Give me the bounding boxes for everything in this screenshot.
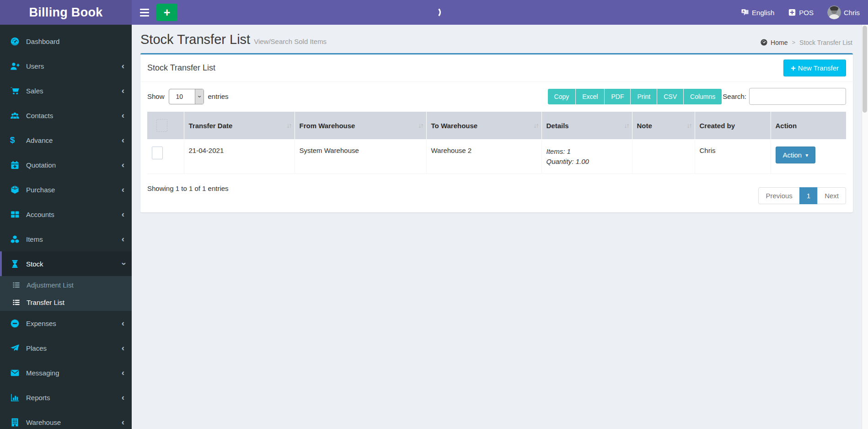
row-checkbox[interactable] bbox=[152, 147, 163, 159]
sidebar-item-label: Users bbox=[26, 62, 122, 70]
sidebar-item-sales[interactable]: Sales ‹ bbox=[0, 78, 132, 103]
sidebar-item-contacts[interactable]: Contacts ‹ bbox=[0, 103, 132, 128]
hourglass-icon bbox=[10, 259, 21, 269]
table-row: 21-04-2021 System Warehouse Warehouse 2 … bbox=[147, 140, 846, 174]
chevron-left-icon: ‹ bbox=[122, 113, 124, 118]
cart-icon bbox=[10, 86, 21, 96]
user-menu[interactable]: Chris bbox=[827, 0, 860, 25]
export-and-search: Copy Excel PDF Print CSV Columns Search: bbox=[548, 88, 846, 105]
list-icon bbox=[12, 298, 22, 306]
sidebar-toggle-button[interactable] bbox=[134, 0, 155, 25]
sidebar-item-label: Accounts bbox=[26, 211, 122, 218]
page-subtitle: View/Search Sold Items bbox=[254, 38, 327, 45]
to-warehouse-cell: Warehouse 2 bbox=[426, 140, 541, 174]
content-header: Stock Transfer ListView/Search Sold Item… bbox=[132, 25, 868, 47]
sidebar-item-messaging[interactable]: Messaging ‹ bbox=[0, 360, 132, 385]
new-transfer-button[interactable]: + New Transfer bbox=[783, 60, 846, 76]
navbar-right: A English POS Chris bbox=[741, 0, 868, 25]
sidebar-item-reports[interactable]: Reports ‹ bbox=[0, 385, 132, 410]
action-cell: Action ▾ bbox=[771, 140, 846, 174]
stock-transfer-panel: Stock Transfer List + New Transfer Show … bbox=[140, 53, 853, 212]
csv-button[interactable]: CSV bbox=[657, 89, 684, 104]
page-length-select[interactable]: 10 ‹ bbox=[169, 89, 204, 104]
language-menu[interactable]: A English bbox=[741, 0, 774, 25]
sidebar-item-advance[interactable]: $ Advance ‹ bbox=[0, 128, 132, 152]
sidebar-subitem-adjustment-list[interactable]: Adjustment List bbox=[0, 276, 132, 293]
col-note[interactable]: Note↓↑ bbox=[632, 112, 695, 140]
note-cell bbox=[632, 140, 695, 174]
col-from-warehouse[interactable]: From Warehouse↓↑ bbox=[295, 112, 426, 140]
caret-down-icon: ▾ bbox=[805, 152, 808, 158]
page-length-control: Show 10 ‹ entries bbox=[147, 89, 229, 104]
pos-label: POS bbox=[799, 9, 814, 16]
quick-add-button[interactable]: + bbox=[156, 4, 177, 21]
sidebar-item-label: Warehouse bbox=[26, 418, 122, 426]
transfer-table-wrap: Transfer Date↓↑ From Warehouse↓↑ To Ware… bbox=[147, 112, 846, 174]
table-header-row: Transfer Date↓↑ From Warehouse↓↑ To Ware… bbox=[147, 112, 846, 140]
scrollbar-track[interactable] bbox=[862, 25, 868, 429]
columns-button[interactable]: Columns bbox=[684, 89, 722, 104]
paper-plane-icon bbox=[10, 343, 21, 353]
copy-button[interactable]: Copy bbox=[548, 89, 576, 104]
sidebar-item-warehouse[interactable]: Warehouse ‹ bbox=[0, 410, 132, 429]
sidebar-item-label: Sales bbox=[26, 87, 122, 95]
cube-icon bbox=[10, 185, 21, 195]
pos-link[interactable]: POS bbox=[788, 0, 814, 25]
dashboard-gauge-icon bbox=[760, 38, 768, 46]
pdf-button[interactable]: PDF bbox=[605, 89, 631, 104]
scrollbar-thumb[interactable] bbox=[863, 26, 867, 113]
page-1-button[interactable]: 1 bbox=[799, 187, 818, 204]
plus-icon: + bbox=[164, 6, 171, 19]
col-created-by[interactable]: Created by bbox=[695, 112, 771, 140]
chevron-left-icon: ‹ bbox=[122, 138, 124, 142]
sidebar-item-dashboard[interactable]: Dashboard bbox=[0, 29, 132, 54]
chevron-left-icon: ‹ bbox=[122, 420, 124, 424]
top-navbar: Billing Book + A English POS Chris bbox=[0, 0, 868, 25]
svg-text:A: A bbox=[743, 10, 745, 13]
sort-icon: ↓↑ bbox=[534, 122, 538, 129]
sidebar-item-quotation[interactable]: Quotation ‹ bbox=[0, 152, 132, 177]
breadcrumb-separator: > bbox=[792, 39, 795, 46]
previous-page-button[interactable]: Previous bbox=[758, 187, 799, 204]
sidebar-item-label: Stock bbox=[26, 260, 122, 268]
sidebar-item-label: Reports bbox=[26, 394, 122, 402]
select-all-header bbox=[147, 112, 184, 140]
sidebar-item-accounts[interactable]: Accounts ‹ bbox=[0, 202, 132, 227]
panel-body: Show 10 ‹ entries Copy Excel PDF Print C… bbox=[140, 82, 853, 212]
stock-submenu: Adjustment List Transfer List bbox=[0, 276, 132, 311]
sidebar-item-stock[interactable]: Stock ‹ bbox=[0, 251, 132, 276]
breadcrumb-home-label: Home bbox=[771, 39, 788, 46]
table-info: Showing 1 to 1 of 1 entries bbox=[147, 185, 229, 192]
sidebar-item-items[interactable]: Items ‹ bbox=[0, 227, 132, 251]
sidebar-subitem-transfer-list[interactable]: Transfer List bbox=[0, 293, 132, 311]
search-input[interactable] bbox=[749, 88, 846, 105]
minus-circle-icon bbox=[10, 318, 21, 328]
breadcrumb-current: Stock Transfer List bbox=[799, 39, 852, 46]
tachometer-icon bbox=[10, 36, 21, 46]
user-name: Chris bbox=[844, 9, 860, 16]
sidebar-item-expenses[interactable]: Expenses ‹ bbox=[0, 311, 132, 336]
print-button[interactable]: Print bbox=[631, 89, 657, 104]
row-action-button[interactable]: Action ▾ bbox=[776, 147, 816, 163]
export-button-group: Copy Excel PDF Print CSV Columns bbox=[548, 89, 722, 104]
col-transfer-date[interactable]: Transfer Date↓↑ bbox=[184, 112, 295, 140]
page-heading: Stock Transfer ListView/Search Sold Item… bbox=[140, 32, 327, 47]
select-all-checkbox[interactable] bbox=[156, 119, 167, 132]
sidebar-item-purchase[interactable]: Purchase ‹ bbox=[0, 177, 132, 202]
next-page-button[interactable]: Next bbox=[817, 187, 846, 204]
sidebar-item-places[interactable]: Places ‹ bbox=[0, 336, 132, 360]
sort-icon: ↓↑ bbox=[287, 122, 291, 129]
sidebar-item-users[interactable]: Users ‹ bbox=[0, 54, 132, 78]
transfer-table: Transfer Date↓↑ From Warehouse↓↑ To Ware… bbox=[147, 112, 846, 174]
select-caret-icon: ‹ bbox=[195, 89, 204, 104]
breadcrumb-home-link[interactable]: Home bbox=[760, 38, 788, 46]
sort-icon: ↓↑ bbox=[624, 122, 629, 129]
cubes-icon bbox=[10, 234, 21, 244]
col-details[interactable]: Details↓↑ bbox=[541, 112, 632, 140]
pagination: Previous 1 Next bbox=[758, 187, 846, 204]
col-to-warehouse[interactable]: To Warehouse↓↑ bbox=[426, 112, 541, 140]
from-warehouse-cell: System Warehouse bbox=[295, 140, 426, 174]
sidebar-item-label: Expenses bbox=[26, 320, 122, 327]
excel-button[interactable]: Excel bbox=[576, 89, 605, 104]
app-logo[interactable]: Billing Book bbox=[0, 0, 132, 25]
